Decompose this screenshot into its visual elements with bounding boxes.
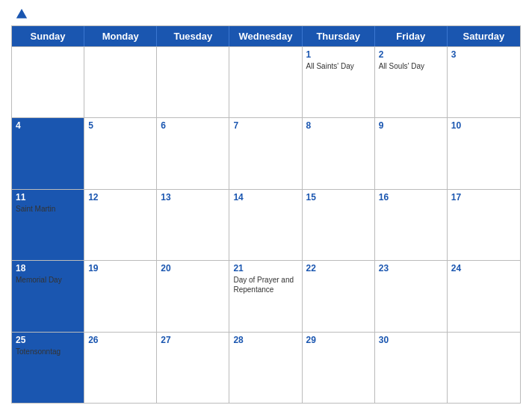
holiday-label: All Souls' Day bbox=[379, 61, 443, 71]
day-number: 1 bbox=[306, 49, 371, 60]
cal-cell-26: 26 bbox=[84, 333, 157, 403]
cal-cell-6: 6 bbox=[157, 118, 229, 188]
cal-cell-empty bbox=[84, 47, 157, 117]
week-row-2: 45678910 bbox=[12, 117, 520, 188]
week-row-3: 11Saint Martin121314151617 bbox=[12, 189, 520, 260]
day-number: 30 bbox=[379, 335, 443, 345]
page-header bbox=[11, 7, 521, 21]
cal-cell-27: 27 bbox=[157, 333, 229, 403]
cal-cell-21: 21Day of Prayer and Repentance bbox=[229, 261, 302, 331]
day-number: 6 bbox=[161, 120, 225, 131]
cal-cell-3: 3 bbox=[448, 47, 520, 117]
cal-cell-17: 17 bbox=[448, 190, 520, 260]
day-number: 3 bbox=[451, 49, 516, 60]
day-number: 10 bbox=[451, 120, 516, 131]
day-number: 29 bbox=[306, 335, 371, 345]
day-number: 20 bbox=[161, 263, 225, 274]
day-number: 19 bbox=[88, 263, 152, 274]
day-number: 8 bbox=[306, 120, 371, 131]
day-number: 12 bbox=[88, 192, 152, 203]
logo bbox=[15, 7, 31, 21]
cal-cell-23: 23 bbox=[375, 261, 448, 331]
day-number: 26 bbox=[88, 335, 152, 345]
day-number: 4 bbox=[16, 120, 80, 131]
week-row-1: 1All Saints' Day2All Souls' Day3 bbox=[12, 46, 520, 117]
calendar-page: SundayMondayTuesdayWednesdayThursdayFrid… bbox=[0, 0, 532, 411]
day-number: 25 bbox=[16, 335, 80, 345]
day-number: 28 bbox=[233, 335, 297, 345]
day-number: 15 bbox=[306, 192, 371, 203]
cal-cell-12: 12 bbox=[84, 190, 157, 260]
week-row-4: 18Memorial Day192021Day of Prayer and Re… bbox=[12, 260, 520, 331]
day-number: 22 bbox=[306, 263, 371, 274]
cal-cell-19: 19 bbox=[84, 261, 157, 331]
cal-cell-28: 28 bbox=[229, 333, 302, 403]
day-header-sunday: Sunday bbox=[12, 26, 84, 46]
cal-cell-15: 15 bbox=[303, 190, 375, 260]
cal-cell-empty bbox=[157, 47, 229, 117]
day-number: 23 bbox=[379, 263, 443, 274]
cal-cell-4: 4 bbox=[12, 118, 84, 188]
cal-cell-24: 24 bbox=[448, 261, 520, 331]
cal-cell-20: 20 bbox=[157, 261, 229, 331]
cal-cell-30: 30 bbox=[375, 333, 448, 403]
holiday-label: Memorial Day bbox=[16, 275, 80, 285]
day-number: 9 bbox=[379, 120, 443, 131]
cal-cell-1: 1All Saints' Day bbox=[303, 47, 375, 117]
cal-cell-empty bbox=[229, 47, 302, 117]
cal-cell-empty bbox=[448, 333, 520, 403]
day-number: 13 bbox=[161, 192, 225, 203]
day-number: 18 bbox=[16, 263, 80, 274]
cal-cell-10: 10 bbox=[448, 118, 520, 188]
day-number: 24 bbox=[451, 263, 516, 274]
cal-cell-2: 2All Souls' Day bbox=[375, 47, 448, 117]
cal-cell-25: 25Totensonntag bbox=[12, 333, 84, 403]
day-number: 17 bbox=[451, 192, 516, 203]
cal-cell-8: 8 bbox=[303, 118, 375, 188]
day-header-monday: Monday bbox=[84, 26, 157, 46]
holiday-label: Day of Prayer and Repentance bbox=[233, 275, 297, 294]
calendar-grid: SundayMondayTuesdayWednesdayThursdayFrid… bbox=[11, 25, 521, 404]
svg-marker-0 bbox=[16, 9, 27, 19]
day-header-wednesday: Wednesday bbox=[229, 26, 302, 46]
holiday-label: Totensonntag bbox=[16, 347, 80, 356]
calendar-header: SundayMondayTuesdayWednesdayThursdayFrid… bbox=[12, 26, 520, 46]
holiday-label: Saint Martin bbox=[16, 204, 80, 214]
day-number: 21 bbox=[233, 263, 297, 274]
day-number: 11 bbox=[16, 192, 80, 203]
cal-cell-11: 11Saint Martin bbox=[12, 190, 84, 260]
cal-cell-22: 22 bbox=[303, 261, 375, 331]
holiday-label: All Saints' Day bbox=[306, 61, 371, 71]
day-header-thursday: Thursday bbox=[303, 26, 375, 46]
cal-cell-29: 29 bbox=[303, 333, 375, 403]
cal-cell-9: 9 bbox=[375, 118, 448, 188]
logo-icon bbox=[15, 7, 28, 21]
cal-cell-5: 5 bbox=[84, 118, 157, 188]
cal-cell-empty bbox=[12, 47, 84, 117]
cal-cell-14: 14 bbox=[229, 190, 302, 260]
calendar-body: 1All Saints' Day2All Souls' Day345678910… bbox=[12, 46, 520, 403]
day-number: 5 bbox=[88, 120, 152, 131]
week-row-5: 25Totensonntag2627282930 bbox=[12, 332, 520, 403]
cal-cell-7: 7 bbox=[229, 118, 302, 188]
day-number: 27 bbox=[161, 335, 225, 345]
day-header-tuesday: Tuesday bbox=[157, 26, 229, 46]
day-number: 16 bbox=[379, 192, 443, 203]
day-number: 2 bbox=[379, 49, 443, 60]
day-header-saturday: Saturday bbox=[448, 26, 520, 46]
cal-cell-16: 16 bbox=[375, 190, 448, 260]
day-number: 7 bbox=[233, 120, 297, 131]
day-number: 14 bbox=[233, 192, 297, 203]
day-header-friday: Friday bbox=[375, 26, 448, 46]
cal-cell-13: 13 bbox=[157, 190, 229, 260]
cal-cell-18: 18Memorial Day bbox=[12, 261, 84, 331]
